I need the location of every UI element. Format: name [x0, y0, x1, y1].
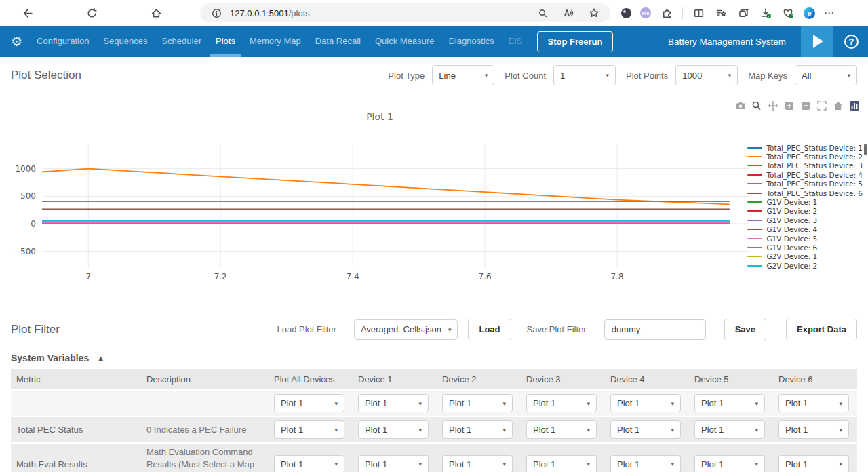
column-header: Metric [11, 374, 141, 385]
device-6-select[interactable]: Plot 1▾ [778, 455, 849, 472]
plot-setting-select[interactable]: 1000 ▾ [675, 65, 738, 85]
favorites-hub-icon[interactable] [714, 6, 728, 20]
device-3-select[interactable]: Plot 1▾ [526, 394, 597, 412]
plot-setting-select[interactable]: 1 ▾ [553, 65, 616, 85]
device-2-select[interactable]: Plot 1▾ [442, 394, 513, 412]
more-options-icon[interactable]: ⋯ [824, 7, 835, 19]
split-screen-icon[interactable] [692, 6, 705, 20]
plotly-logo-icon[interactable] [848, 100, 860, 111]
nav-item-eis: EIS [509, 26, 523, 57]
device-1-select[interactable]: Plot 1▾ [358, 394, 429, 412]
save-filter-input[interactable] [604, 319, 706, 340]
legend-item[interactable]: G1V Device: 2 [747, 208, 863, 215]
nav-item-data-recall[interactable]: Data Recall [315, 26, 361, 57]
refresh-icon[interactable] [85, 6, 98, 20]
svg-text:7: 7 [85, 272, 91, 281]
legend-item[interactable]: G2V Device: 1 [747, 253, 863, 260]
legend-item[interactable]: Total_PEC_Status Device: 4 [747, 171, 863, 178]
device-3-select[interactable]: Plot 1▾ [526, 455, 597, 472]
chevron-down-icon: ▾ [839, 427, 842, 433]
collapse-icon[interactable]: ▲ [97, 354, 104, 362]
nav-item-plots[interactable]: Plots [216, 26, 235, 57]
nav-item-scheduler[interactable]: Scheduler [161, 26, 201, 57]
legend-item[interactable]: Total_PEC_Status Device: 6 [747, 189, 863, 197]
nav-item-memory-map[interactable]: Memory Map [250, 26, 301, 57]
browser-toolbar: 127.0.0.1:5001/plots me [0, 0, 868, 26]
collections-icon[interactable] [736, 6, 750, 20]
edge-logo-icon[interactable]: e [804, 7, 815, 19]
legend-item[interactable]: G1V Device: 5 [747, 235, 863, 242]
favorite-star-icon[interactable] [587, 6, 601, 20]
legend-scrollbar[interactable] [864, 144, 867, 155]
nav-item-configuration[interactable]: Configuration [37, 26, 89, 57]
reset-axes-icon[interactable] [832, 100, 844, 111]
extension-icon-me[interactable]: me [640, 7, 651, 18]
browser-essentials-icon[interactable] [781, 6, 795, 20]
legend-item[interactable]: G1V Device: 4 [747, 226, 863, 233]
device-5-select[interactable]: Plot 1▾ [694, 420, 765, 439]
device-4-select[interactable]: Plot 1▾ [610, 420, 681, 439]
control-label: Plot Points [626, 71, 668, 81]
legend-item[interactable]: Total_PEC_Status Device: 1 [747, 144, 863, 151]
zoom-in-icon[interactable] [783, 100, 795, 111]
load-filter-select[interactable]: Averaged_Cells.json ▾ [354, 319, 458, 340]
stop-freerun-button[interactable]: Stop Freerun [537, 31, 614, 52]
device-2-select[interactable]: Plot 1▾ [442, 455, 513, 472]
back-icon[interactable] [20, 6, 34, 20]
extension-icon-dark[interactable] [621, 8, 631, 18]
zoom-icon[interactable] [751, 100, 762, 111]
home-icon[interactable] [149, 6, 163, 20]
chevron-down-icon: ▾ [671, 460, 674, 467]
plot-setting-select[interactable]: Line ▾ [432, 65, 494, 85]
address-bar[interactable]: 127.0.0.1:5001/plots [200, 3, 610, 22]
device-4-select[interactable]: Plot 1▾ [610, 394, 681, 412]
plot-setting-select[interactable]: All ▾ [795, 65, 857, 85]
device-6-select[interactable]: Plot 1▾ [778, 394, 849, 412]
legend-label: G1V Device: 3 [766, 216, 817, 224]
load-filter-label: Load Plot Filter [277, 324, 336, 334]
legend-label: Total_PEC_Status Device: 4 [766, 171, 863, 179]
camera-icon[interactable] [734, 100, 746, 111]
legend-item[interactable]: G2V Device: 2 [747, 262, 863, 269]
site-info-icon[interactable] [210, 6, 223, 20]
plot-canvas[interactable]: 77.27.47.67.8−50005001000 [0, 134, 760, 292]
device-6-select[interactable]: Plot 1▾ [778, 420, 849, 439]
legend-item[interactable]: Total_PEC_Status Device: 5 [747, 180, 863, 188]
legend-item[interactable]: Total_PEC_Status Device: 3 [747, 162, 863, 170]
autoscale-icon[interactable] [816, 100, 827, 111]
help-icon[interactable]: ? [844, 35, 859, 49]
legend-item[interactable]: Total_PEC_Status Device: 2 [747, 153, 863, 160]
search-icon[interactable] [536, 6, 549, 20]
device-5-select[interactable]: Plot 1▾ [694, 394, 765, 412]
plot-all-devices-select[interactable]: Plot 1▾ [274, 394, 344, 412]
legend-item[interactable]: G1V Device: 1 [747, 198, 863, 205]
plot-all-devices-select[interactable]: Plot 1▾ [274, 420, 344, 439]
run-button[interactable] [801, 26, 833, 57]
device-5-select[interactable]: Plot 1▾ [694, 455, 765, 472]
extensions-puzzle-icon[interactable] [660, 6, 673, 20]
device-3-select[interactable]: Plot 1▾ [526, 420, 597, 439]
chevron-down-icon: ▾ [728, 72, 732, 79]
device-2-select[interactable]: Plot 1▾ [442, 420, 513, 439]
pan-icon[interactable] [767, 100, 778, 111]
device-4-select[interactable]: Plot 1▾ [610, 455, 681, 472]
downloads-icon[interactable] [759, 6, 772, 20]
device-1-select[interactable]: Plot 1▾ [358, 455, 429, 472]
chevron-down-icon: ▾ [502, 460, 506, 467]
legend-item[interactable]: G1V Device: 3 [747, 216, 863, 224]
export-data-button[interactable]: Export Data [786, 319, 857, 340]
column-header: Device 2 [437, 374, 521, 385]
gear-icon[interactable]: ⚙ [11, 34, 22, 50]
load-button[interactable]: Load [468, 319, 511, 340]
zoom-out-icon[interactable] [800, 100, 811, 111]
device-1-select[interactable]: Plot 1▾ [358, 420, 429, 439]
plot-selection-controls: Plot Type Line ▾ Plot Count 1 ▾ Plot P [388, 65, 857, 85]
nav-item-diagnostics[interactable]: Diagnostics [448, 26, 494, 57]
nav-item-quick-measure[interactable]: Quick Measure [375, 26, 434, 57]
read-aloud-icon[interactable] [561, 6, 575, 20]
plot-all-devices-select[interactable]: Plot 1▾ [274, 455, 344, 472]
save-button[interactable]: Save [724, 319, 766, 340]
legend-swatch [747, 165, 762, 166]
nav-item-sequences[interactable]: Sequences [103, 26, 147, 57]
legend-item[interactable]: G1V Device: 6 [747, 243, 863, 251]
